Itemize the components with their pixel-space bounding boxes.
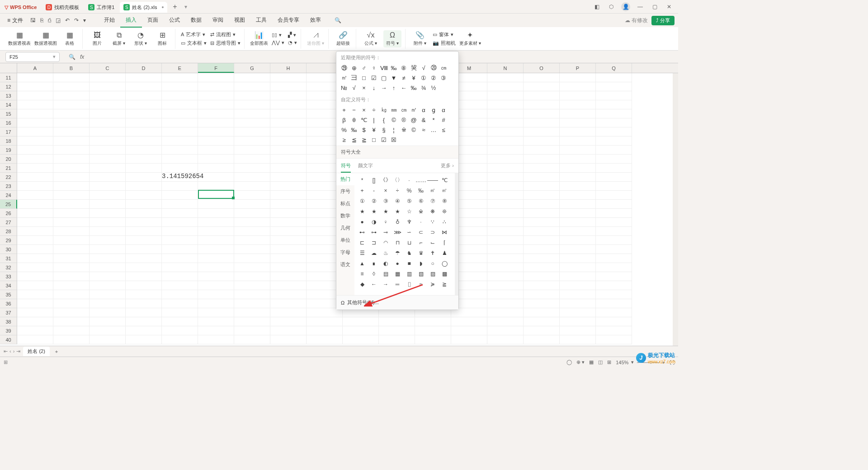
cell[interactable]: [162, 308, 198, 317]
cell[interactable]: [17, 245, 53, 254]
symbol-item[interactable]: ◯: [439, 258, 450, 268]
last-sheet-button[interactable]: ⇥: [16, 348, 20, 354]
symbol-item[interactable]: α: [419, 105, 429, 115]
cell[interactable]: [560, 73, 596, 82]
screenshot-button[interactable]: ⧉截屏 ▾: [110, 31, 128, 47]
symbol-item[interactable]: ¾: [419, 83, 429, 93]
cell[interactable]: [596, 82, 632, 91]
symbol-item[interactable]: ♛: [415, 248, 427, 258]
cell[interactable]: [234, 136, 270, 146]
cell[interactable]: [234, 82, 270, 91]
symbol-item[interactable]: ⊐: [368, 237, 380, 248]
symbol-item[interactable]: ☆: [403, 206, 415, 216]
cell[interactable]: [270, 290, 307, 299]
col-header[interactable]: C: [90, 63, 126, 73]
cell[interactable]: [379, 335, 415, 344]
col-header[interactable]: F: [198, 63, 234, 73]
cell[interactable]: [53, 290, 90, 299]
cell[interactable]: [17, 209, 53, 218]
symbol-item[interactable]: ⌷: [403, 279, 415, 289]
cell[interactable]: [234, 173, 270, 182]
cell[interactable]: [162, 335, 198, 344]
symbol-item[interactable]: ♆: [403, 216, 415, 227]
more-assets-button[interactable]: ✦更多素材 ▾: [459, 31, 481, 47]
row-header[interactable]: 12: [0, 82, 17, 91]
cell[interactable]: [162, 146, 198, 155]
cell[interactable]: [560, 146, 596, 155]
view-page-button[interactable]: ◫: [598, 359, 603, 365]
cell[interactable]: [198, 91, 234, 100]
cell[interactable]: [270, 73, 307, 82]
row-header[interactable]: 15: [0, 109, 17, 118]
cell[interactable]: [126, 173, 162, 182]
cell[interactable]: [198, 227, 234, 236]
cell[interactable]: [53, 281, 90, 290]
cell[interactable]: [90, 82, 126, 91]
symbol-item[interactable]: -: [368, 185, 380, 196]
cell[interactable]: [524, 308, 560, 317]
cell[interactable]: [234, 218, 270, 227]
cloud-icon[interactable]: ◯: [566, 359, 572, 365]
cell[interactable]: [560, 335, 596, 344]
cell[interactable]: [53, 118, 90, 127]
cell[interactable]: [198, 118, 234, 127]
camera-button[interactable]: 📷照相机: [433, 40, 456, 47]
cloud-sync-icon[interactable]: ☁ 有修改: [625, 17, 648, 24]
cell[interactable]: [270, 299, 307, 308]
symbol-item[interactable]: ★: [380, 206, 392, 216]
cell[interactable]: [126, 146, 162, 155]
cell[interactable]: [126, 326, 162, 335]
cell[interactable]: [162, 127, 198, 136]
cell[interactable]: [90, 245, 126, 254]
cell[interactable]: [126, 227, 162, 236]
cell[interactable]: [234, 182, 270, 191]
cell[interactable]: [90, 335, 126, 344]
row-header[interactable]: 32: [0, 263, 17, 272]
cell[interactable]: [53, 109, 90, 118]
cell[interactable]: [234, 281, 270, 290]
cell[interactable]: [270, 82, 307, 91]
preview-icon[interactable]: ◲: [56, 17, 61, 24]
symbol-item[interactable]: ≥: [339, 135, 349, 145]
cell[interactable]: [17, 91, 53, 100]
cell[interactable]: [379, 317, 415, 326]
active-cell-cursor[interactable]: [198, 190, 234, 199]
cell[interactable]: [90, 173, 126, 182]
symbol-item[interactable]: ♁: [392, 216, 403, 227]
row-header[interactable]: 22: [0, 173, 17, 182]
cell[interactable]: [560, 299, 596, 308]
symbol-item[interactable]: ©: [409, 125, 419, 135]
symbol-item[interactable]: &: [419, 115, 429, 125]
cell[interactable]: [524, 164, 560, 173]
cell[interactable]: [53, 263, 90, 272]
cell[interactable]: [451, 335, 487, 344]
cell[interactable]: [596, 200, 632, 209]
symbol-item[interactable]: ÷: [369, 105, 379, 115]
cell[interactable]: [270, 164, 307, 173]
symbol-item[interactable]: ⑳: [429, 63, 439, 73]
symbol-item[interactable]: ②: [429, 73, 439, 83]
symbol-item[interactable]: ‰: [349, 125, 359, 135]
cell[interactable]: [90, 290, 126, 299]
symbol-item[interactable]: ◑: [368, 216, 380, 227]
symbol-item[interactable]: ↑: [389, 83, 399, 93]
symbol-item[interactable]: ♟: [439, 248, 450, 258]
cell[interactable]: [162, 109, 198, 118]
symbol-item[interactable]: ③: [439, 73, 448, 83]
symbol-item[interactable]: ×: [359, 83, 369, 93]
cell[interactable]: [487, 272, 524, 281]
col-header[interactable]: B: [53, 63, 90, 73]
row-header[interactable]: 36: [0, 299, 17, 308]
symbol-item[interactable]: ✝: [427, 248, 439, 258]
bar-chart-button[interactable]: ▯▯ ▾: [272, 32, 284, 38]
cell[interactable]: [198, 263, 234, 272]
cell[interactable]: [487, 182, 524, 191]
cell[interactable]: [487, 155, 524, 164]
col-header[interactable]: E: [162, 63, 198, 73]
attachment-button[interactable]: 📎附件 ▾: [411, 31, 429, 47]
cell[interactable]: [596, 227, 632, 236]
cell[interactable]: [487, 100, 524, 109]
cell[interactable]: [343, 326, 379, 335]
window-icon[interactable]: ◧: [592, 2, 601, 11]
cell[interactable]: [162, 209, 198, 218]
